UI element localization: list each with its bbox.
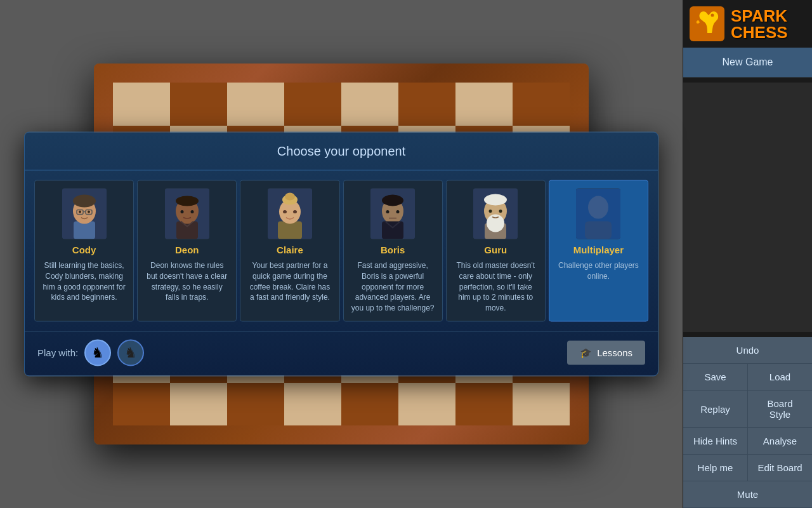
svg-point-26 [386, 210, 390, 213]
deon-name: Deon [144, 244, 230, 255]
board-cell [170, 383, 227, 426]
mortarboard-icon: 🎓 [580, 347, 592, 358]
choose-opponent-dialog: Choose your opponent [24, 132, 658, 377]
svg-point-21 [293, 210, 297, 213]
opponent-guru[interactable]: Guru This old master doesn't care about … [446, 180, 546, 322]
svg-point-8 [88, 211, 90, 213]
save-button[interactable]: Save [683, 364, 748, 391]
deon-desc: Deon knows the rules but doesn't have a … [144, 260, 230, 303]
board-cell [227, 383, 284, 426]
board-cell [398, 83, 455, 126]
opponent-boris[interactable]: Boris Fast and aggressive, Boris is a po… [343, 180, 443, 322]
dialog-title: Choose your opponent [25, 133, 658, 171]
analyse-button[interactable]: Analyse [748, 428, 812, 455]
help-edit-row: Help me Edit Board [683, 455, 812, 481]
divider-1 [683, 77, 812, 83]
svg-point-33 [487, 215, 504, 232]
cody-avatar [62, 189, 107, 239]
black-piece-button[interactable]: ♞ [117, 339, 144, 366]
svg-rect-16 [278, 222, 302, 239]
edit-board-button[interactable]: Edit Board [748, 455, 812, 481]
replay-boardstyle-row: Replay Board Style [683, 391, 812, 428]
replay-button[interactable]: Replay [683, 391, 748, 428]
svg-point-40 [711, 14, 714, 17]
board-cell [170, 83, 227, 126]
svg-point-14 [190, 210, 193, 213]
undo-button[interactable]: Undo [683, 337, 812, 364]
board-cell [341, 383, 398, 426]
svg-rect-10 [176, 222, 198, 239]
svg-point-25 [382, 195, 403, 206]
play-with-label: Play with: [37, 347, 78, 358]
logo-area: SPARK CHESS [683, 0, 812, 48]
board-cell [513, 83, 570, 126]
svg-point-19 [285, 193, 295, 201]
svg-point-3 [73, 195, 96, 208]
mute-button[interactable]: Mute [683, 481, 812, 508]
multiplayer-avatar [576, 189, 620, 239]
svg-point-35 [499, 210, 502, 213]
svg-point-32 [484, 194, 507, 206]
boris-name: Boris [350, 244, 436, 255]
logo-text: SPARK CHESS [731, 8, 788, 41]
white-piece-button[interactable]: ♞ [84, 339, 111, 366]
svg-point-7 [79, 211, 81, 213]
svg-point-12 [176, 196, 199, 206]
board-style-button[interactable]: Board Style [748, 391, 812, 428]
logo-chess: CHESS [731, 24, 788, 41]
svg-point-27 [396, 210, 400, 213]
board-cell [398, 383, 455, 426]
board-cell [113, 83, 170, 126]
hide-hints-button[interactable]: Hide Hints [683, 428, 748, 455]
board-cell [284, 383, 341, 426]
multiplayer-name: Multiplayer [556, 244, 641, 255]
sidebar: SPARK CHESS New Game Undo Save Load Repl… [683, 0, 812, 508]
claire-desc: Your best partner for a quick game durin… [247, 260, 332, 303]
boris-avatar [370, 189, 415, 239]
main-chess-area: Choose your opponent [0, 0, 683, 508]
svg-point-13 [180, 210, 183, 213]
new-game-button[interactable]: New Game [683, 48, 812, 77]
svg-point-34 [489, 210, 492, 213]
opponent-multiplayer[interactable]: Multiplayer Challenge other players onli… [549, 180, 648, 322]
opponent-cody[interactable]: Cody Still learning the basics, Cody blu… [34, 180, 134, 322]
board-cell [341, 83, 398, 126]
board-cell [513, 383, 570, 426]
deon-avatar [165, 189, 209, 239]
board-cell [455, 383, 513, 426]
cody-desc: Still learning the basics, Cody blunders… [41, 260, 127, 303]
svg-point-37 [588, 196, 608, 219]
board-cell [284, 83, 341, 126]
load-button[interactable]: Load [748, 364, 812, 391]
opponent-claire[interactable]: Claire Your best partner for a quick gam… [240, 180, 339, 322]
save-load-row: Save Load [683, 364, 812, 391]
dialog-footer: Play with: ♞ ♞ 🎓 Lessons [25, 331, 658, 375]
divider-2 [683, 332, 812, 337]
logo-spark: SPARK [731, 8, 788, 24]
claire-name: Claire [247, 244, 332, 255]
board-cell [113, 383, 170, 426]
opponents-grid: Cody Still learning the basics, Cody blu… [25, 171, 658, 331]
game-info-area [683, 83, 812, 332]
hints-analyse-row: Hide Hints Analyse [683, 428, 812, 455]
svg-rect-1 [74, 222, 95, 239]
svg-point-20 [283, 210, 287, 213]
opponent-deon[interactable]: Deon Deon knows the rules but doesn't ha… [137, 180, 237, 322]
board-cell [455, 83, 513, 126]
guru-name: Guru [453, 244, 539, 255]
help-me-button[interactable]: Help me [683, 455, 748, 481]
guru-avatar [473, 189, 518, 239]
board-cell [227, 83, 284, 126]
boris-desc: Fast and aggressive, Boris is a powerful… [350, 260, 436, 314]
cody-name: Cody [41, 244, 127, 255]
guru-desc: This old master doesn't care about time … [453, 260, 539, 314]
spark-chess-logo-icon [690, 6, 724, 41]
claire-avatar [268, 189, 312, 239]
play-with-section: Play with: ♞ ♞ [37, 339, 144, 366]
svg-rect-38 [585, 222, 612, 239]
lessons-button[interactable]: 🎓 Lessons [567, 340, 645, 364]
multiplayer-desc: Challenge other players online. [556, 260, 641, 282]
